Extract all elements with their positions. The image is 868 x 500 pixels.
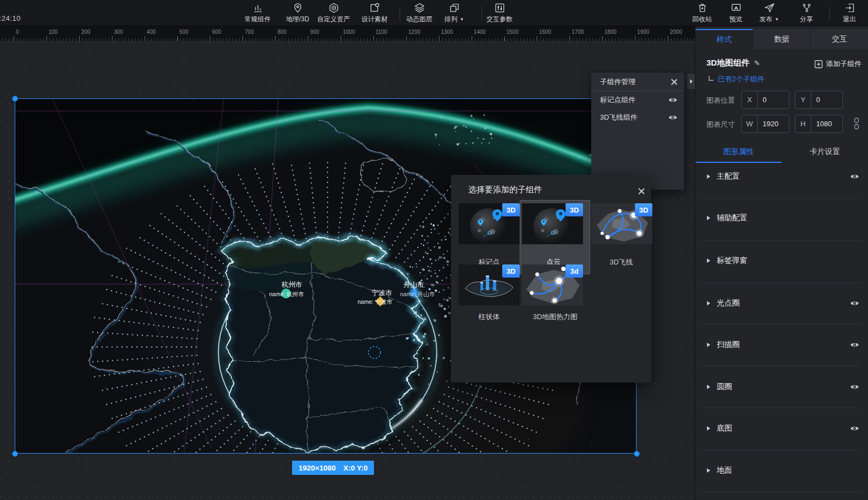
toolbar-item-custom-assets[interactable]: 自定义资产 (311, 2, 356, 25)
section-circle[interactable]: 圆圈 (695, 379, 868, 395)
ruler-tick (537, 36, 537, 41)
map-pin-icon (292, 2, 304, 14)
link-ratio-icon[interactable] (853, 117, 860, 130)
panel-tabs: 样式 数据 交互 (695, 29, 868, 49)
size-position-badge: 1920×1080 X:0 Y:0 (292, 461, 374, 475)
section-ground[interactable]: 地面 (695, 462, 868, 479)
divider (704, 324, 860, 325)
selection-handle-bl[interactable] (12, 451, 18, 457)
width-field[interactable]: W 1920 (741, 115, 789, 133)
subtab-graphic-props[interactable]: 图形属性 (695, 141, 782, 163)
ruler-mark: 1700 (572, 29, 584, 35)
panel-collapse-handle[interactable] (687, 74, 695, 89)
selection-handle-tl[interactable] (12, 96, 18, 102)
section-basemap[interactable]: 底图 (695, 420, 868, 437)
thumb-badge: 3d (566, 264, 583, 278)
y-position-field[interactable]: Y 0 (795, 91, 843, 109)
eye-icon[interactable] (850, 425, 859, 432)
tab-style[interactable]: 样式 (695, 29, 753, 49)
toolbar-item-share[interactable]: 分享 (783, 2, 829, 25)
dialog-thumb-pointcloud[interactable]: 3D (522, 203, 583, 244)
ruler-tick (668, 36, 668, 41)
caret-right-icon (707, 301, 710, 305)
ruler-mark: 1300 (441, 29, 453, 35)
tab-data[interactable]: 数据 (753, 29, 811, 49)
section-label-popup[interactable]: 标签弹窗 (695, 252, 868, 269)
toolbar-item-design-material[interactable]: 设计素材 (352, 2, 397, 25)
dropdown-caret: ▼ (460, 17, 464, 22)
subcomponent-count[interactable]: 已有2个子组件 (709, 74, 764, 84)
dialog-thumb-flyline[interactable]: 3D (591, 203, 652, 244)
height-field[interactable]: H 1080 (795, 115, 843, 133)
x-position-field[interactable]: X 0 (741, 91, 789, 109)
section-scan-circle[interactable]: 扫描圈 (695, 337, 868, 353)
ruler-mark: 800 (277, 29, 287, 35)
dialog-thumb-label: 柱状体 (479, 312, 500, 322)
ruler-tick (341, 36, 341, 41)
eye-icon[interactable] (668, 114, 677, 121)
section-aux-config[interactable]: 辅助配置 (695, 210, 868, 226)
zhejiang-map[interactable] (221, 236, 427, 454)
zhoushan-sublabel: name: 舟山市 (400, 291, 435, 297)
eye-icon[interactable] (850, 384, 859, 390)
toolbar-item-arrange[interactable]: 排列▼ (431, 2, 477, 25)
dialog-thumb-bars[interactable]: 3D (459, 264, 520, 305)
ruler-tick (472, 36, 472, 41)
dialog-thumb-label: 3D地图热力图 (533, 312, 578, 322)
layers-icon (414, 2, 425, 14)
send-icon (764, 2, 775, 14)
ruler-tick (439, 36, 439, 41)
subcomponent-item-flyline[interactable]: 3D飞线组件 (591, 109, 684, 126)
subcomponent-panel-title: 子组件管理 (600, 77, 635, 87)
sliders-icon (494, 2, 506, 14)
ruler-mark: 200 (81, 29, 91, 35)
toolbar-item-exit[interactable]: 退出 (827, 2, 868, 25)
ruler-mark: 300 (114, 29, 123, 35)
ruler-tick (79, 36, 80, 41)
subcomponent-item-marker[interactable]: 标记点组件 (591, 91, 684, 109)
ningbo-label: 宁波市 (372, 289, 393, 297)
eye-icon[interactable] (850, 173, 859, 180)
section-main-config[interactable]: 主配置 (695, 168, 868, 185)
design-board-icon (369, 2, 381, 14)
ruler-tick (373, 36, 374, 41)
ruler-tick (46, 36, 47, 41)
toolbar-item-interaction-params[interactable]: 交互参数 (477, 2, 522, 25)
thumb-badge: 3D (635, 203, 652, 216)
section-light-circle[interactable]: 光点圈 (695, 295, 868, 311)
toolbar-item-regular-components[interactable]: 常规组件 (235, 2, 281, 25)
ruler-tick (112, 36, 112, 41)
eye-icon[interactable] (668, 97, 677, 103)
component-title: 3D地图组件 ✎ (706, 58, 760, 68)
ruler-mark: 1500 (507, 29, 519, 35)
ruler-mark: 1000 (343, 29, 355, 35)
ruler-minor-ticks (0, 38, 695, 41)
thumb-badge: 3D (566, 203, 583, 216)
ruler-tick (569, 36, 570, 41)
close-icon[interactable] (638, 188, 645, 195)
dialog-thumb-marker[interactable]: 3D (459, 203, 520, 244)
selection-handle-br[interactable] (634, 451, 640, 457)
ruler-mark: 600 (212, 29, 221, 35)
ruler-tick (242, 36, 243, 41)
hangzhou-label: 杭州市 (281, 281, 302, 289)
canvas-area[interactable]: 杭州市 name: 杭州市 宁波市 name: 宁波市 舟山市 name: 舟山… (0, 42, 695, 500)
subtab-card-settings[interactable]: 卡片设置 (782, 141, 868, 163)
ruler-tick (406, 36, 407, 41)
close-icon[interactable] (671, 79, 677, 85)
edit-pencil-icon[interactable]: ✎ (754, 59, 760, 67)
size-label: 图表尺寸 (706, 120, 735, 130)
caret-right-icon (707, 385, 710, 389)
add-subcomponent-dialog: 选择要添加的子组件 3D 标记点 (451, 175, 651, 383)
dialog-thumb-heatmap[interactable]: 3d (522, 264, 583, 305)
add-subcomponent-button[interactable]: 添加子组件 (815, 59, 861, 69)
ruler-mark: 1200 (408, 29, 420, 35)
ruler-mark: 500 (180, 29, 189, 35)
caret-right-icon (707, 343, 710, 347)
tab-interaction[interactable]: 交互 (810, 29, 868, 49)
ruler-tick (308, 36, 308, 41)
ruler-tick (504, 36, 505, 41)
eye-icon[interactable] (850, 300, 859, 307)
plus-square-icon (815, 60, 823, 68)
eye-icon[interactable] (850, 342, 859, 348)
